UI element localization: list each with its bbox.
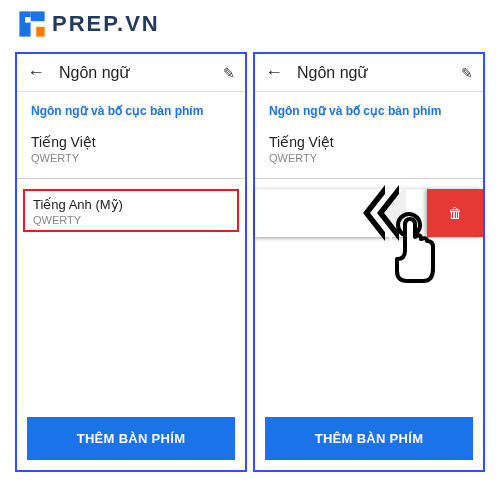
language-layout: QWERTY <box>33 214 229 226</box>
language-name: Tiếng Việt <box>269 134 469 150</box>
add-keyboard-button[interactable]: THÊM BÀN PHÍM <box>265 417 473 460</box>
back-icon[interactable]: ← <box>27 62 45 83</box>
trash-icon[interactable]: 🗑 <box>448 205 462 221</box>
edit-icon[interactable]: ✎ <box>223 65 235 81</box>
svg-rect-0 <box>19 11 30 36</box>
divider <box>255 178 483 179</box>
svg-rect-2 <box>25 17 31 23</box>
svg-rect-1 <box>31 11 45 21</box>
language-layout: QWERTY <box>31 152 231 164</box>
language-name: Tiếng Việt <box>31 134 231 150</box>
page-title: Ngôn ngữ <box>59 63 223 82</box>
pointer-hand-icon <box>383 211 443 287</box>
swipe-to-delete-area: 🗑 <box>255 189 483 243</box>
screens-container: ← Ngôn ngữ ✎ Ngôn ngữ và bố cục bàn phím… <box>0 48 500 487</box>
spacer <box>255 247 483 407</box>
app-header: ← Ngôn ngữ ✎ <box>255 54 483 92</box>
language-item-secondary-highlighted[interactable]: Tiếng Anh (Mỹ) QWERTY <box>23 189 239 232</box>
section-title: Ngôn ngữ và bố cục bàn phím <box>17 92 245 126</box>
app-header: ← Ngôn ngữ ✎ <box>17 54 245 92</box>
edit-icon[interactable]: ✎ <box>461 65 473 81</box>
language-item-primary[interactable]: Tiếng Việt QWERTY <box>255 126 483 172</box>
brand-logo: PREP.VN <box>0 0 500 48</box>
screen-left: ← Ngôn ngữ ✎ Ngôn ngữ và bố cục bàn phím… <box>15 52 247 472</box>
language-item-primary[interactable]: Tiếng Việt QWERTY <box>17 126 245 172</box>
screen-right: ← Ngôn ngữ ✎ Ngôn ngữ và bố cục bàn phím… <box>253 52 485 472</box>
add-keyboard-button[interactable]: THÊM BÀN PHÍM <box>27 417 235 460</box>
logo-text: PREP.VN <box>52 11 160 37</box>
svg-rect-3 <box>36 27 44 37</box>
back-icon[interactable]: ← <box>265 62 283 83</box>
spacer <box>17 236 245 407</box>
divider <box>17 178 245 179</box>
language-name: Tiếng Anh (Mỹ) <box>33 197 229 212</box>
prep-logo-icon <box>18 10 46 38</box>
page-title: Ngôn ngữ <box>297 63 461 82</box>
language-layout: QWERTY <box>269 152 469 164</box>
section-title: Ngôn ngữ và bố cục bàn phím <box>255 92 483 126</box>
